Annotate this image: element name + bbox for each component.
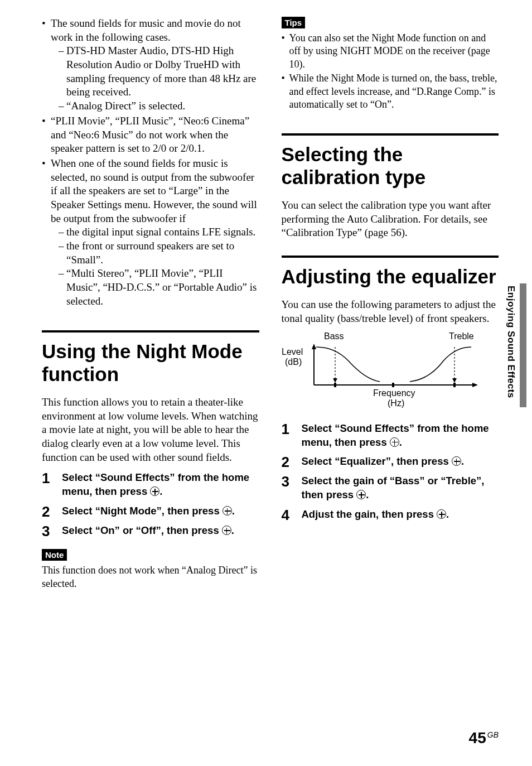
heading-equalizer: Adjusting the equalizer	[282, 266, 499, 288]
list-item: the front or surround speakers are set t…	[59, 239, 259, 267]
enter-icon	[150, 486, 159, 496]
step-text-post: .	[232, 505, 235, 517]
list-item: When one of the sound fields for music i…	[42, 157, 259, 309]
enter-icon	[452, 456, 461, 466]
step-item: Adjust the gain, then press .	[282, 508, 499, 522]
list-item: “PLII Movie”, “PLII Music”, “Neo:6 Cinem…	[42, 114, 259, 156]
label-db: (dB)	[285, 357, 302, 367]
step-text-pre: Select “On” or “Off”, then press	[62, 524, 222, 536]
page-footer: 45GB	[469, 729, 499, 747]
label-frequency: Frequency	[373, 388, 415, 398]
tips-list: You can also set the Night Mode function…	[282, 32, 499, 111]
step-item: Select the gain of “Bass” or “Treble”, t…	[282, 474, 499, 502]
step-item: Select “Sound Effects” from the home men…	[282, 422, 499, 450]
note-badge: Note	[42, 549, 67, 561]
list-item: “Analog Direct” is selected.	[59, 99, 259, 113]
label-hz: (Hz)	[388, 398, 404, 408]
bullet-text: The sound fields for music and movie do …	[51, 17, 241, 43]
step-text-post: .	[366, 489, 369, 500]
step-item: Select “Equalizer”, then press .	[282, 455, 499, 469]
sub-list: DTS-HD Master Audio, DTS-HD High Resolut…	[51, 44, 259, 113]
list-item: You can also set the Night Mode function…	[282, 32, 499, 71]
step-text-post: .	[399, 436, 402, 448]
step-item: Select “Night Mode”, then press .	[42, 504, 259, 518]
section-divider	[42, 330, 259, 333]
enter-icon	[356, 490, 366, 499]
night-mode-steps: Select “Sound Effects” from the home men…	[42, 471, 259, 538]
enter-icon	[223, 506, 232, 516]
heading-calibration: Selecting the calibration type	[282, 143, 499, 189]
section-divider	[282, 256, 499, 258]
page-number: 45	[469, 729, 486, 746]
side-tab: Enjoying Sound Effects	[503, 283, 516, 451]
treble-arrow	[452, 378, 457, 383]
bass-arrow	[333, 378, 337, 383]
page-lang: GB	[487, 730, 499, 739]
equalizer-diagram: Bass Treble Level (dB) Frequency (Hz)	[282, 330, 499, 411]
label-treble: Treble	[449, 331, 474, 341]
side-tab-label: Enjoying Sound Effects	[505, 286, 516, 398]
heading-night-mode: Using the Night Mode function	[42, 340, 259, 386]
enter-icon	[390, 437, 399, 447]
notes-bullet-list: The sound fields for music and movie do …	[42, 17, 259, 308]
equalizer-intro: You can use the following parameters to …	[282, 298, 499, 325]
calibration-text: You can select the calibration type you …	[282, 199, 499, 240]
enter-icon	[222, 526, 231, 535]
step-text-pre: Adjust the gain, then press	[302, 508, 437, 520]
list-item: DTS-HD Master Audio, DTS-HD High Resolut…	[59, 44, 259, 99]
bullet-text: When one of the sound fields for music i…	[51, 157, 257, 224]
step-text-post: .	[446, 508, 449, 520]
night-mode-intro: This function allows you to retain a the…	[42, 396, 259, 464]
side-tab-bar	[520, 283, 526, 407]
treble-curve	[410, 347, 471, 382]
step-text-pre: Select “Equalizer”, then press	[302, 455, 452, 467]
note-text: This function does not work when “Analog…	[42, 564, 259, 590]
enter-icon	[437, 509, 446, 519]
step-text-pre: Select “Night Mode”, then press	[62, 505, 223, 517]
equalizer-svg: Bass Treble Level (dB) Frequency (Hz)	[282, 330, 482, 408]
left-column: The sound fields for music and movie do …	[42, 17, 259, 590]
list-item: the digital input signal contains LFE si…	[59, 225, 259, 239]
list-item: While the Night Mode is turned on, the b…	[282, 72, 499, 111]
x-axis-arrow	[472, 383, 478, 387]
bass-curve	[316, 347, 380, 382]
label-level: Level	[282, 347, 303, 356]
sub-list: the digital input signal contains LFE si…	[51, 225, 259, 308]
step-text-post: .	[231, 524, 234, 536]
equalizer-steps: Select “Sound Effects” from the home men…	[282, 422, 499, 522]
step-text-post: .	[159, 485, 162, 497]
label-bass: Bass	[324, 331, 344, 341]
bullet-text: “PLII Movie”, “PLII Music”, “Neo:6 Cinem…	[51, 115, 249, 154]
step-item: Select “On” or “Off”, then press .	[42, 524, 259, 538]
tips-badge: Tips	[282, 17, 306, 28]
step-text-post: .	[461, 455, 464, 467]
step-item: Select “Sound Effects” from the home men…	[42, 471, 259, 499]
list-item: The sound fields for music and movie do …	[42, 17, 259, 113]
step-text-pre: Select the gain of “Bass” or “Treble”, t…	[302, 475, 485, 500]
right-column: Tips You can also set the Night Mode fun…	[282, 17, 499, 590]
section-divider	[282, 133, 499, 136]
list-item: “Multi Stereo”, “PLII Movie”, “PLII Musi…	[59, 267, 259, 308]
